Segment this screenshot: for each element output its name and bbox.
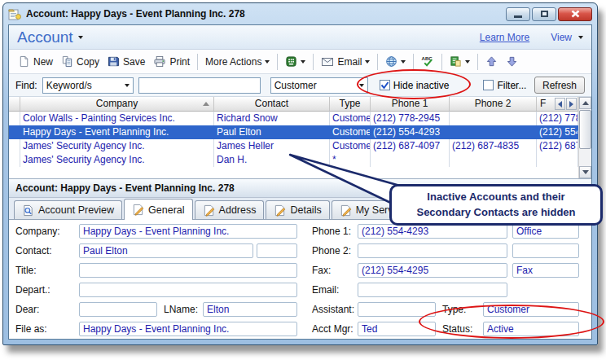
- move-up-button[interactable]: [481, 53, 502, 70]
- preview-icon: [22, 204, 34, 217]
- email-label: Email:: [312, 283, 339, 297]
- save-icon: [108, 55, 120, 68]
- column-header-company[interactable]: Company: [20, 97, 214, 112]
- email-button[interactable]: Email: [317, 54, 374, 70]
- dropdown-caret-icon: [465, 60, 470, 64]
- maximize-button[interactable]: [532, 7, 556, 21]
- fax-type-field[interactable]: Fax: [512, 263, 579, 278]
- move-down-button[interactable]: [502, 53, 522, 70]
- tab-label: Address: [219, 204, 257, 216]
- dropdown-caret-icon: [301, 60, 305, 64]
- contact-field[interactable]: Paul Elton: [79, 243, 253, 258]
- dropdown-caret-icon: [78, 36, 83, 39]
- filter-checkbox-group[interactable]: Filter...: [483, 80, 526, 91]
- scroll-up-button[interactable]: [579, 97, 591, 109]
- file-as-label: File as:: [15, 322, 47, 336]
- close-button[interactable]: [558, 7, 592, 21]
- checkbox-check-icon: [380, 81, 389, 90]
- copy-icon: [61, 55, 73, 68]
- new-document-icon: [18, 55, 30, 68]
- filter-checkbox[interactable]: [483, 80, 494, 90]
- tab-details[interactable]: Details: [266, 200, 329, 219]
- save-button[interactable]: Save: [103, 53, 149, 70]
- learn-more-link[interactable]: Learn More: [480, 32, 529, 43]
- print-button[interactable]: Print: [149, 53, 194, 70]
- print-button-label: Print: [169, 56, 190, 68]
- company-field[interactable]: Happy Days - Event Planning Inc.: [79, 224, 297, 239]
- contact-extra-field[interactable]: [257, 243, 297, 258]
- depart-field[interactable]: [79, 283, 297, 297]
- fax-label: Fax:: [312, 263, 331, 278]
- column-header-contact[interactable]: Contact: [214, 97, 330, 112]
- search-input[interactable]: [138, 77, 261, 94]
- grid-header-row: Company Contact Type Phone 1 Phone 2 F: [9, 97, 578, 112]
- toolbar-separator: [413, 54, 414, 70]
- search-field-combo[interactable]: Keyword/s: [42, 77, 134, 94]
- dial-phone-button[interactable]: [281, 53, 310, 70]
- type-label: Type:: [442, 302, 466, 317]
- scroll-up-icon: [582, 101, 589, 105]
- fax-field[interactable]: (212) 554-4295: [358, 263, 507, 278]
- phone1-type-field[interactable]: Office: [512, 224, 579, 239]
- dear-label: Dear:: [15, 302, 39, 317]
- screenshot-canvas: Account: Happy Days - Event Planning Inc…: [0, 0, 606, 364]
- phone2-label: Phone 2:: [312, 243, 351, 258]
- dear-field[interactable]: [79, 302, 157, 317]
- export-button[interactable]: [446, 53, 474, 70]
- view-menu[interactable]: View: [551, 32, 583, 43]
- annotation-line2: Secondary Contacts are hidden: [416, 205, 575, 221]
- hide-inactive-checkbox-group[interactable]: Hide inactive: [380, 80, 450, 91]
- column-header-type[interactable]: Type: [330, 97, 371, 112]
- refresh-button[interactable]: Refresh: [534, 77, 585, 94]
- column-header-phone2[interactable]: Phone 2: [450, 97, 537, 112]
- scroll-right-button[interactable]: [566, 98, 577, 110]
- table-row-selected[interactable]: Happy Days - Event Planning Inc. Paul El…: [9, 125, 578, 139]
- save-button-label: Save: [123, 56, 145, 68]
- scroll-down-button[interactable]: [579, 166, 591, 178]
- tab-account-preview[interactable]: Account Preview: [14, 200, 122, 219]
- scroll-left-button[interactable]: [555, 98, 565, 110]
- lname-field[interactable]: Elton: [203, 302, 297, 317]
- email-field[interactable]: [358, 283, 507, 297]
- more-actions-button[interactable]: More Actions: [201, 54, 274, 70]
- phone1-field[interactable]: (212) 554-4293: [358, 224, 507, 239]
- depart-label: Depart.:: [15, 283, 50, 297]
- account-menu[interactable]: Account: [17, 29, 83, 46]
- type-field[interactable]: Customer: [483, 302, 579, 317]
- status-field[interactable]: Active: [483, 322, 579, 336]
- page-edit-icon: [274, 204, 286, 217]
- vertical-scrollbar[interactable]: [578, 97, 591, 178]
- table-row[interactable]: James' Security Agency Inc. Dan H. *: [9, 153, 578, 167]
- scroll-left-icon: [558, 101, 562, 107]
- phone2-field[interactable]: [358, 243, 507, 258]
- toolbar-separator: [197, 54, 198, 70]
- copy-button-label: Copy: [77, 56, 99, 68]
- column-header-phone1[interactable]: Phone 1: [371, 97, 450, 112]
- phone2-type-field[interactable]: [512, 243, 579, 258]
- new-button[interactable]: New: [14, 53, 57, 70]
- type-filter-combo[interactable]: Customer: [270, 77, 368, 94]
- tab-label: Account Preview: [38, 204, 114, 216]
- file-as-field[interactable]: Happy Days - Event Planning Inc.: [79, 322, 297, 336]
- status-label: Status:: [442, 322, 472, 336]
- tab-address[interactable]: Address: [195, 200, 265, 219]
- assistant-field[interactable]: [358, 302, 436, 317]
- scrollbar-thumb[interactable]: [579, 110, 591, 149]
- hide-inactive-checkbox[interactable]: [380, 80, 390, 90]
- window-content: Account Learn More View New: [8, 24, 592, 340]
- copy-button[interactable]: Copy: [57, 53, 103, 70]
- toolbar-separator: [477, 54, 478, 70]
- minimize-button[interactable]: [506, 7, 530, 21]
- acct-mgr-field[interactable]: Ted: [358, 322, 436, 336]
- web-button[interactable]: [381, 53, 410, 70]
- web-icon: [385, 55, 397, 68]
- notebook-icon: [8, 8, 21, 20]
- title-field[interactable]: [79, 263, 297, 278]
- sort-ascending-icon: [203, 102, 209, 106]
- table-row[interactable]: Color Walls - Painting Services Inc. Ric…: [9, 112, 578, 125]
- table-row[interactable]: James' Security Agency Inc. James Heller…: [9, 139, 578, 153]
- spellcheck-button[interactable]: ABC: [417, 53, 438, 70]
- column-header-fax[interactable]: F: [537, 97, 578, 112]
- tab-general[interactable]: General: [124, 199, 192, 220]
- toolbar-separator: [313, 54, 314, 70]
